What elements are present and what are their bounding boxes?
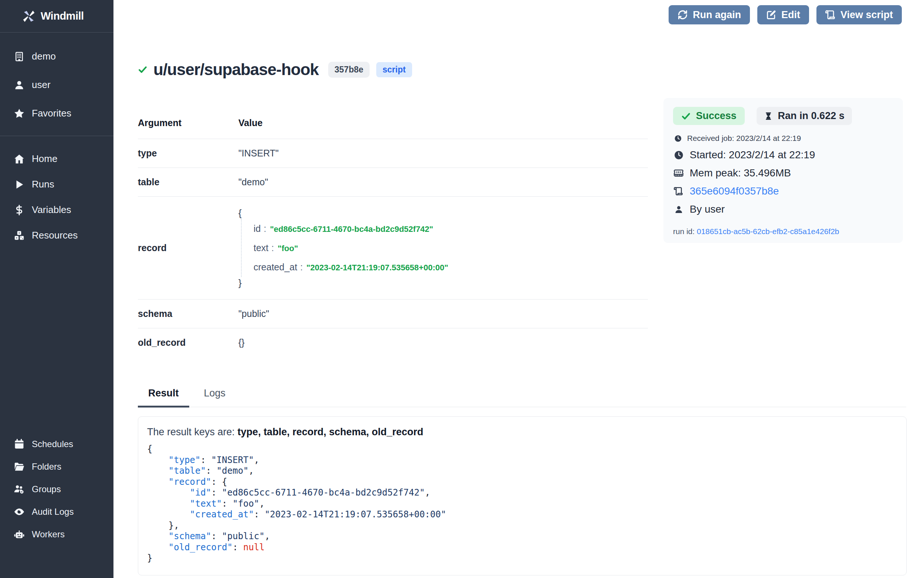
argument-name: record — [138, 243, 238, 253]
argument-row-record: record{id:"ed86c5cc-6711-4670-bc4a-bd2c9… — [138, 196, 648, 299]
sidebar-item-folders[interactable]: Folders — [0, 455, 113, 478]
hourglass-icon — [764, 112, 773, 120]
started-line: Started: 2023/2/14 at 22:19 — [673, 149, 893, 161]
argument-name: old_record — [138, 337, 238, 348]
result-keys-prefix: The result keys are: — [147, 426, 238, 437]
run-id-link[interactable]: 018651cb-ac5b-62cb-efb2-c85a1e426f2b — [697, 227, 839, 235]
status-label: Success — [696, 110, 736, 122]
tab-logs[interactable]: Logs — [194, 388, 236, 407]
toolbar: Run againEditView script — [668, 5, 902, 24]
by-user-line: By user — [673, 203, 893, 215]
edit-icon — [766, 10, 777, 20]
memory-icon — [673, 168, 684, 178]
windmill-logo[interactable]: Windmill — [0, 0, 113, 32]
refresh-icon — [678, 10, 688, 20]
script-hash-link[interactable]: 365e6094f0357b8e — [690, 185, 779, 197]
argument-row-type: type"INSERT" — [138, 139, 648, 167]
sidebar-item-label: Variables — [32, 204, 71, 216]
run-id-line: run id: 018651cb-ac5b-62cb-efb2-c85a1e42… — [673, 227, 893, 236]
sidebar-nav-group: HomeRunsVariablesResources — [0, 136, 113, 248]
dollar-icon — [13, 205, 25, 216]
object-field-text: text:"foo" — [254, 243, 648, 253]
sidebar-item-variables[interactable]: Variables — [0, 197, 113, 222]
sidebar-item-label: Groups — [32, 484, 61, 494]
user-icon — [13, 80, 25, 91]
sidebar-item-audit-logs[interactable]: Audit Logs — [0, 500, 113, 523]
app-name: Windmill — [40, 10, 84, 22]
field-colon: : — [297, 262, 306, 273]
by-user-text: By user — [690, 203, 725, 215]
sidebar-item-groups[interactable]: Groups — [0, 478, 113, 500]
object-open-brace: { — [238, 207, 648, 219]
sidebar-item-label: Resources — [32, 230, 78, 241]
field-key: text — [254, 243, 268, 253]
field-value: "ed86c5cc-6711-4670-bc4a-bd2c9d52f742" — [270, 224, 433, 234]
received-job-text: Received job: 2023/2/14 at 22:19 — [687, 134, 801, 143]
sidebar-item-label: Home — [32, 153, 57, 164]
field-value: "2023-02-14T21:19:07.535658+00:00" — [306, 263, 448, 273]
sidebar-item-label: Audit Logs — [32, 507, 74, 517]
building-icon — [13, 51, 25, 62]
field-key: created_at — [254, 262, 297, 273]
sidebar-item-demo[interactable]: demo — [0, 42, 113, 71]
sidebar-item-label: demo — [32, 51, 56, 62]
object-field-created-at: created_at:"2023-02-14T21:19:07.535658+0… — [254, 262, 648, 273]
field-value: "foo" — [278, 244, 298, 253]
object-field-id: id:"ed86c5cc-6711-4670-bc4a-bd2c9d52f742… — [254, 223, 648, 234]
boxes-icon — [13, 230, 25, 241]
star-icon — [13, 108, 25, 119]
sidebar-item-label: Favorites — [32, 108, 71, 119]
started-text: Started: 2023/2/14 at 22:19 — [690, 149, 815, 161]
button-label: Edit — [782, 9, 800, 21]
status-row: Success Ran in 0.622 s — [673, 107, 893, 125]
mem-peak-line: Mem peak: 35.496MB — [673, 167, 893, 179]
windmill-logo-icon — [21, 9, 36, 24]
sidebar-item-runs[interactable]: Runs — [0, 172, 113, 197]
run-again-button[interactable]: Run again — [668, 5, 750, 24]
tab-result[interactable]: Result — [138, 388, 189, 408]
sidebar-item-schedules[interactable]: Schedules — [0, 433, 113, 455]
button-label: Run again — [693, 9, 741, 21]
sidebar-spacer — [0, 248, 113, 433]
clock-icon — [673, 150, 684, 160]
clock-icon — [673, 135, 683, 142]
argument-row-old-record: old_record{} — [138, 328, 648, 357]
home-icon — [13, 153, 25, 164]
sidebar-bottom-group: SchedulesFoldersGroupsAudit LogsWorkers — [0, 433, 113, 578]
view-script-button[interactable]: View script — [816, 5, 902, 24]
sidebar-item-label: Runs — [32, 179, 54, 190]
sidebar-workspace-group: demouserFavorites — [0, 32, 113, 136]
sidebar-item-user[interactable]: user — [0, 71, 113, 99]
arguments-rows: type"INSERT"table"demo"record{id:"ed86c5… — [138, 139, 648, 357]
argument-value: "INSERT" — [238, 148, 648, 159]
sidebar-item-label: user — [32, 79, 51, 91]
field-colon: : — [261, 223, 270, 234]
sidebar-item-workers[interactable]: Workers — [0, 523, 113, 546]
edit-button[interactable]: Edit — [757, 5, 809, 24]
folder-icon — [13, 461, 25, 472]
run-details-panel: Success Ran in 0.622 s Received job: 202… — [663, 98, 903, 243]
success-check-icon — [138, 65, 147, 74]
argument-value: {} — [238, 337, 648, 348]
play-icon — [13, 179, 25, 190]
sidebar-item-favorites[interactable]: Favorites — [0, 99, 113, 128]
sidebar-item-home[interactable]: Home — [0, 146, 113, 172]
column-argument: Argument — [138, 118, 238, 128]
argument-name: table — [138, 177, 238, 187]
object-fields: id:"ed86c5cc-6711-4670-bc4a-bd2c9d52f742… — [241, 219, 648, 277]
button-label: View script — [840, 9, 893, 21]
person-icon — [673, 205, 684, 214]
page-title: u/user/supabase-hook — [154, 60, 319, 79]
argument-row-schema: schema"public" — [138, 299, 648, 328]
duration-label: Ran in 0.622 s — [778, 110, 845, 122]
title-row: u/user/supabase-hook 357b8e script — [138, 60, 412, 79]
result-box: The result keys are: type, table, record… — [138, 416, 907, 575]
sidebar-item-resources[interactable]: Resources — [0, 222, 113, 248]
result-json: { "type": "INSERT", "table": "demo", "re… — [147, 444, 897, 564]
status-badge: Success — [673, 107, 745, 125]
column-value: Value — [238, 118, 648, 128]
sidebar-item-label: Workers — [32, 529, 65, 539]
argument-name: type — [138, 148, 238, 159]
bot-icon — [13, 529, 25, 540]
result-keys-list: type, table, record, schema, old_record — [238, 426, 424, 437]
